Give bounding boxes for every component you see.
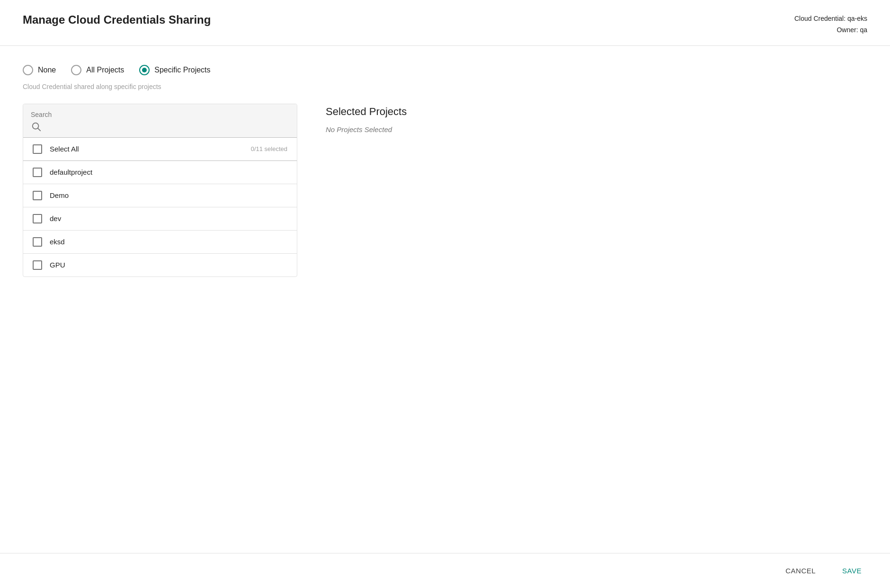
list-item[interactable]: eksd: [23, 231, 297, 254]
sharing-subtitle: Cloud Credential shared along specific p…: [23, 83, 867, 90]
radio-circle-specific-projects: [139, 65, 150, 75]
sharing-mode-radio-group: None All Projects Specific Projects: [23, 65, 867, 75]
selected-projects-title: Selected Projects: [326, 106, 867, 118]
radio-label-specific-projects: Specific Projects: [154, 66, 210, 74]
project-name-gpu: GPU: [50, 261, 65, 269]
project-name-eksd: eksd: [50, 238, 65, 246]
cancel-button[interactable]: CANCEL: [780, 563, 821, 579]
svg-line-1: [38, 128, 40, 131]
radio-circle-none: [23, 65, 33, 75]
list-item[interactable]: defaultproject: [23, 161, 297, 184]
owner-label: Owner: qa: [794, 25, 867, 36]
project-name-defaultproject: defaultproject: [50, 168, 92, 176]
page-title: Manage Cloud Credentials Sharing: [23, 13, 211, 27]
selected-count-label: 0/11 selected: [251, 145, 287, 152]
list-item[interactable]: Demo: [23, 184, 297, 207]
select-all-row[interactable]: Select All 0/11 selected: [23, 138, 297, 161]
project-name-dev: dev: [50, 214, 61, 223]
radio-option-all-projects[interactable]: All Projects: [71, 65, 124, 75]
radio-label-none: None: [38, 66, 56, 74]
project-checkbox-demo[interactable]: [33, 191, 42, 200]
footer: CANCEL SAVE: [0, 553, 890, 588]
project-checkbox-dev[interactable]: [33, 214, 42, 223]
search-icon-wrap: [31, 121, 289, 132]
project-name-demo: Demo: [50, 191, 69, 199]
search-box[interactable]: Search: [23, 104, 297, 138]
radio-circle-all-projects: [71, 65, 81, 75]
select-all-checkbox[interactable]: [33, 144, 42, 154]
project-checkbox-eksd[interactable]: [33, 237, 42, 247]
radio-label-all-projects: All Projects: [86, 66, 124, 74]
credential-label: Cloud Credential: qa-eks: [794, 13, 867, 25]
page-header: Manage Cloud Credentials Sharing Cloud C…: [0, 0, 890, 46]
header-meta: Cloud Credential: qa-eks Owner: qa: [794, 13, 867, 36]
project-checkbox-defaultproject[interactable]: [33, 168, 42, 177]
radio-option-specific-projects[interactable]: Specific Projects: [139, 65, 210, 75]
no-projects-label: No Projects Selected: [326, 125, 867, 134]
project-checkbox-gpu[interactable]: [33, 260, 42, 270]
save-button[interactable]: SAVE: [837, 563, 867, 579]
search-label: Search: [31, 111, 289, 118]
list-item[interactable]: dev: [23, 207, 297, 231]
list-item[interactable]: GPU: [23, 254, 297, 276]
search-icon: [31, 121, 41, 132]
main-content: None All Projects Specific Projects Clou…: [0, 46, 890, 553]
select-all-label: Select All: [50, 145, 79, 153]
project-list: Select All 0/11 selected defaultproject …: [23, 138, 297, 276]
selected-projects-panel: Selected Projects No Projects Selected: [326, 104, 867, 277]
project-panels: Search Select All 0/11 selected: [23, 104, 867, 277]
project-list-panel: Search Select All 0/11 selected: [23, 104, 297, 277]
radio-option-none[interactable]: None: [23, 65, 56, 75]
